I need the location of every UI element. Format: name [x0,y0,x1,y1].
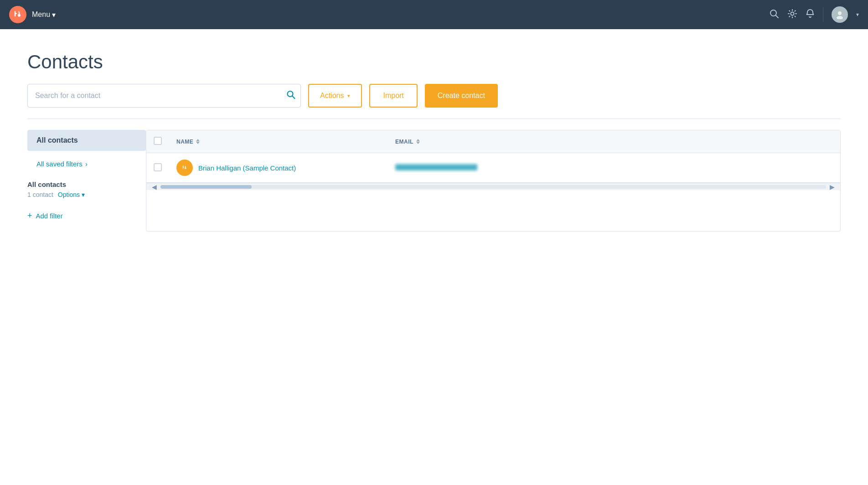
table-row: Brian Halligan (Sample Contact) [146,153,840,183]
row-email-cell [388,153,840,183]
actions-button[interactable]: Actions ▾ [308,84,362,108]
main-content: Contacts Actions ▾ Import Create contact… [0,29,868,250]
table-header: NAME EMAIL [146,130,840,153]
create-contact-label: Create contact [438,92,485,99]
search-wrapper [27,84,301,108]
svg-line-7 [293,96,295,98]
svg-point-0 [9,6,26,23]
menu-chevron-icon: ▾ [52,10,56,19]
row-name-cell: Brian Halligan (Sample Contact) [169,153,388,183]
contacts-table: NAME EMAIL [146,130,840,183]
hubspot-logo-icon[interactable] [9,6,26,23]
contact-name[interactable]: Brian Halligan (Sample Contact) [198,164,296,172]
svg-line-2 [776,15,779,18]
svg-point-4 [838,11,842,15]
body-layout: All contacts All saved filters › All con… [27,119,841,232]
sidebar-section-title: All contacts [27,181,146,190]
name-sort-icon[interactable] [196,139,200,144]
import-button[interactable]: Import [369,84,417,108]
actions-label: Actions [320,92,344,100]
select-all-checkbox[interactable] [154,137,162,145]
page-title: Contacts [27,51,841,73]
sidebar-item-all-contacts[interactable]: All contacts [27,130,146,151]
sidebar-saved-filters[interactable]: All saved filters › [27,156,146,171]
header-checkbox-cell [146,130,169,153]
navbar: Menu ▾ ▾ [0,0,868,29]
options-button[interactable]: Options ▾ [58,191,85,198]
navbar-right: ▾ [769,6,859,23]
avatar[interactable] [832,6,848,23]
options-label: Options [58,191,80,198]
toolbar: Actions ▾ Import Create contact [27,84,841,108]
menu-button[interactable]: Menu ▾ [32,10,56,19]
navbar-left: Menu ▾ [9,6,56,23]
scrollbar-track [160,185,826,189]
table-body: Brian Halligan (Sample Contact) [146,153,840,183]
svg-point-5 [837,16,843,19]
table-scroll-row: ◀ ▶ [146,183,840,190]
contact-count-label: 1 contact [27,191,53,198]
nav-divider [823,7,823,22]
contact-avatar [176,160,193,176]
settings-nav-icon[interactable] [787,9,797,21]
add-filter-plus-icon: + [27,211,32,221]
svg-point-8 [180,163,190,173]
saved-filters-label: All saved filters [36,160,83,168]
sidebar-section: All contacts 1 contact Options ▾ [27,181,146,198]
add-filter-label: Add filter [36,212,63,220]
notifications-nav-icon[interactable] [806,9,815,21]
row-checkbox-cell [146,153,169,183]
contact-email-blurred [395,164,477,170]
search-nav-icon[interactable] [769,9,779,21]
actions-chevron-icon: ▾ [347,93,350,99]
svg-point-6 [288,91,293,97]
header-name-col[interactable]: NAME [169,130,388,153]
row-checkbox[interactable] [154,163,162,171]
scroll-right-button[interactable]: ▶ [828,183,837,191]
options-chevron-icon: ▾ [82,191,85,198]
sidebar-contact-count: 1 contact Options ▾ [27,191,146,198]
create-contact-button[interactable]: Create contact [425,84,498,108]
saved-filters-chevron-icon: › [85,160,88,168]
menu-label: Menu [32,10,50,19]
email-col-label: EMAIL [395,139,413,145]
avatar-chevron-icon[interactable]: ▾ [856,11,859,18]
add-filter-button[interactable]: + Add filter [27,211,63,221]
import-label: Import [383,92,403,99]
search-button[interactable] [286,90,295,102]
name-col-label: NAME [176,139,193,145]
sidebar-all-contacts-label: All contacts [36,136,78,144]
contacts-table-area: NAME EMAIL [146,130,841,232]
sidebar: All contacts All saved filters › All con… [27,119,146,232]
scrollbar-thumb[interactable] [160,185,252,189]
header-email-col[interactable]: EMAIL [388,130,840,153]
email-sort-icon[interactable] [416,139,420,144]
svg-point-3 [791,12,794,15]
search-input[interactable] [27,84,301,108]
scroll-left-button[interactable]: ◀ [150,183,159,191]
